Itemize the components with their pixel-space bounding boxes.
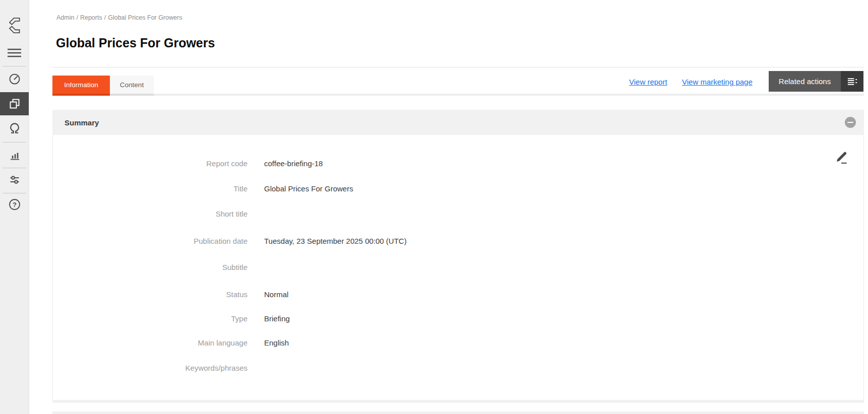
field-label: Subtitle — [65, 262, 247, 272]
field-value: Normal — [264, 289, 823, 300]
header-divider — [52, 67, 864, 67]
field-row-short-title: Short title — [53, 209, 863, 219]
sliders-icon — [9, 174, 21, 186]
field-row-keywords: Keywords/phrases — [53, 363, 863, 373]
breadcrumb-separator: / — [76, 14, 78, 21]
field-label: Report code — [65, 158, 247, 169]
breadcrumb-item-reports[interactable]: Reports — [80, 14, 102, 21]
field-value: Briefing — [264, 313, 823, 324]
field-row-subtitle: Subtitle — [53, 262, 863, 272]
sidebar-item-charts[interactable] — [0, 149, 29, 161]
field-label: Title — [65, 183, 247, 194]
field-label: Short title — [65, 209, 247, 219]
next-panel-header[interactable] — [52, 411, 864, 414]
field-row-status: Status Normal — [53, 289, 863, 300]
summary-panel-title: Summary — [65, 118, 99, 127]
omega-icon — [8, 122, 21, 135]
field-label: Status — [65, 289, 247, 300]
sidebar-item-omega[interactable] — [0, 122, 29, 135]
field-value: Tuesday, 23 September 2025 00:00 (UTC) — [264, 236, 823, 246]
sidebar-item-logo[interactable] — [0, 15, 29, 35]
menu-sort-arrows-icon — [846, 76, 858, 87]
breadcrumb-separator: / — [104, 14, 106, 21]
related-actions-button[interactable]: Related actions — [769, 71, 863, 92]
field-label: Main language — [65, 337, 247, 348]
related-actions-label[interactable]: Related actions — [769, 71, 841, 92]
field-value: coffee-briefing-18 — [264, 158, 823, 169]
summary-panel-header: Summary — [52, 110, 864, 135]
bar-chart-icon — [9, 149, 21, 161]
logo-icon — [6, 16, 23, 35]
summary-panel-bottom-border — [52, 400, 864, 403]
menu-icon — [8, 48, 21, 57]
breadcrumb-item-current: Global Prices For Growers — [108, 14, 182, 21]
sidebar-divider — [3, 193, 26, 193]
tab-information[interactable]: Information — [52, 76, 110, 96]
field-row-publication-date: Publication date Tuesday, 23 September 2… — [53, 236, 863, 246]
pages-icon — [9, 98, 21, 110]
sidebar-item-menu[interactable] — [0, 48, 29, 57]
field-value: English — [264, 337, 823, 348]
sidebar-item-settings[interactable] — [0, 174, 29, 186]
sidebar-divider — [3, 168, 26, 168]
collapse-panel-button[interactable] — [845, 117, 856, 128]
field-label: Publication date — [65, 236, 247, 246]
sidebar-item-dashboard[interactable] — [0, 73, 29, 85]
summary-panel-body: Report code coffee-briefing-18 Title Glo… — [52, 135, 864, 400]
sidebar-divider — [3, 142, 26, 143]
admin-report-page: { "breadcrumb": { "items": ["Admin", "Re… — [0, 0, 868, 414]
breadcrumb-item-admin[interactable]: Admin — [56, 14, 74, 21]
field-value: Global Prices For Growers — [264, 183, 823, 194]
tab-content[interactable]: Content — [110, 76, 154, 96]
sidebar-divider — [3, 66, 26, 66]
page-title: Global Prices For Growers — [56, 35, 215, 50]
sidebar-item-reports-active[interactable] — [0, 92, 29, 115]
breadcrumb: Admin/Reports/Global Prices For Growers — [56, 14, 182, 21]
field-row-main-language: Main language English — [53, 337, 863, 348]
field-row-title: Title Global Prices For Growers — [53, 183, 863, 194]
field-row-type: Type Briefing — [53, 313, 863, 324]
sidebar-item-help[interactable]: ? — [0, 198, 29, 211]
field-label: Type — [65, 313, 247, 324]
gauge-icon — [9, 73, 21, 85]
view-marketing-page-link[interactable]: View marketing page — [682, 78, 753, 86]
minus-icon — [847, 122, 853, 123]
svg-text:?: ? — [13, 201, 17, 209]
field-label: Keywords/phrases — [65, 363, 247, 373]
help-icon: ? — [9, 198, 21, 211]
view-report-link[interactable]: View report — [629, 78, 667, 86]
field-row-report-code: Report code coffee-briefing-18 — [53, 158, 863, 169]
related-actions-menu-toggle[interactable] — [841, 71, 863, 92]
sidebar: ? — [0, 0, 29, 414]
